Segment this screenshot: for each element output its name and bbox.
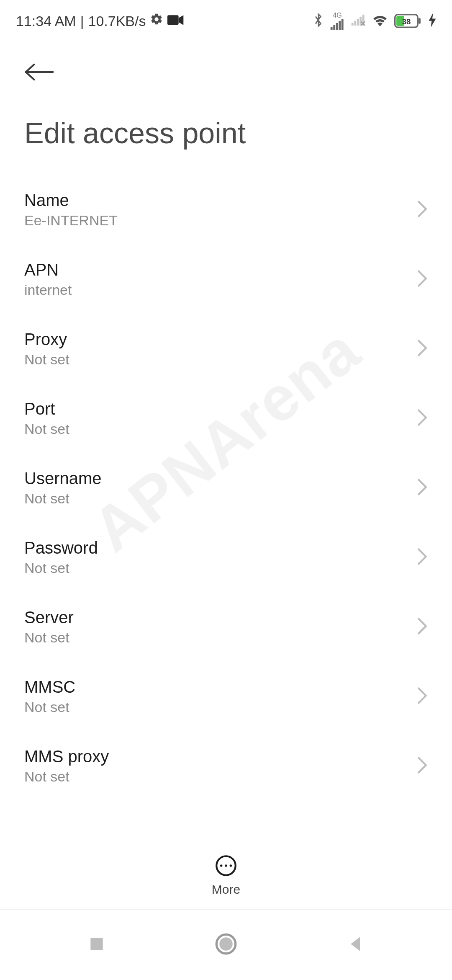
- chevron-right-icon: [417, 548, 428, 567]
- row-label: Port: [24, 400, 69, 418]
- row-label: Username: [24, 469, 102, 488]
- svg-rect-6: [352, 23, 354, 26]
- row-value: Not set: [24, 769, 109, 785]
- row-password[interactable]: Password Not set: [0, 523, 452, 592]
- svg-rect-2: [333, 25, 335, 30]
- row-value: Not set: [24, 351, 69, 368]
- row-apn[interactable]: APN internet: [0, 245, 452, 314]
- row-name[interactable]: Name Ee-INTERNET: [0, 175, 452, 245]
- more-button[interactable]: More: [0, 846, 452, 910]
- svg-rect-8: [357, 19, 359, 26]
- row-server[interactable]: Server Not set: [0, 592, 452, 662]
- svg-point-17: [220, 864, 223, 867]
- chevron-right-icon: [417, 687, 428, 706]
- row-value: Ee-INTERNET: [24, 212, 118, 229]
- svg-rect-4: [339, 21, 341, 30]
- nav-back-button[interactable]: [346, 935, 365, 955]
- more-icon: [214, 854, 238, 879]
- svg-rect-7: [354, 21, 356, 26]
- header: [0, 38, 452, 91]
- page-title: Edit access point: [0, 91, 452, 175]
- more-label: More: [212, 882, 240, 897]
- chevron-right-icon: [417, 409, 428, 428]
- svg-rect-5: [342, 19, 344, 30]
- status-left: 11:34 AM | 10.7KB/s: [16, 13, 184, 29]
- row-proxy[interactable]: Proxy Not set: [0, 314, 452, 384]
- status-net-speed: 10.7KB/s: [88, 13, 146, 29]
- battery-icon: 38: [394, 14, 423, 28]
- row-username[interactable]: Username Not set: [0, 453, 452, 523]
- video-camera-icon: [167, 13, 184, 29]
- status-separator: |: [80, 13, 84, 29]
- row-port[interactable]: Port Not set: [0, 384, 452, 453]
- svg-rect-3: [336, 23, 338, 30]
- nav-home-button[interactable]: [214, 932, 238, 957]
- row-value: internet: [24, 282, 72, 298]
- svg-rect-13: [419, 18, 421, 24]
- settings-list: Name Ee-INTERNET APN internet Proxy Not …: [0, 175, 452, 801]
- row-value: Not set: [24, 629, 74, 646]
- status-bar: 11:34 AM | 10.7KB/s 4G: [0, 0, 452, 38]
- signal-4g-icon: 4G: [330, 12, 345, 30]
- chevron-right-icon: [417, 270, 428, 289]
- signal-sim2-icon: [351, 15, 366, 27]
- wifi-icon: [372, 13, 388, 28]
- svg-point-18: [225, 864, 227, 867]
- row-value: Not set: [24, 699, 75, 715]
- row-mmsc[interactable]: MMSC Not set: [0, 662, 452, 731]
- bluetooth-icon: [313, 12, 324, 30]
- chevron-right-icon: [417, 478, 428, 498]
- back-button[interactable]: [24, 59, 54, 87]
- svg-rect-0: [167, 15, 179, 25]
- nav-recent-button[interactable]: [87, 935, 106, 955]
- list-fade: [0, 817, 452, 850]
- gear-icon: [150, 13, 163, 29]
- charging-icon: [429, 13, 436, 29]
- row-label: Proxy: [24, 330, 69, 349]
- chevron-right-icon: [417, 617, 428, 637]
- row-label: MMS proxy: [24, 747, 109, 766]
- status-right: 4G 38: [313, 12, 436, 30]
- chevron-right-icon: [417, 756, 428, 776]
- svg-text:38: 38: [402, 17, 411, 26]
- row-label: Name: [24, 191, 118, 210]
- chevron-right-icon: [417, 200, 428, 219]
- row-label: Server: [24, 608, 74, 627]
- row-label: Password: [24, 539, 98, 557]
- svg-point-22: [219, 937, 233, 951]
- row-value: Not set: [24, 490, 102, 507]
- row-label: MMSC: [24, 678, 75, 696]
- row-label: APN: [24, 260, 72, 279]
- svg-rect-1: [331, 27, 333, 30]
- row-mms-proxy[interactable]: MMS proxy Not set: [0, 731, 452, 801]
- svg-rect-20: [91, 938, 103, 950]
- svg-point-19: [230, 864, 232, 867]
- chevron-right-icon: [417, 339, 428, 358]
- row-value: Not set: [24, 421, 69, 437]
- status-time: 11:34 AM: [16, 13, 76, 29]
- row-value: Not set: [24, 560, 98, 576]
- navigation-bar: [0, 910, 452, 980]
